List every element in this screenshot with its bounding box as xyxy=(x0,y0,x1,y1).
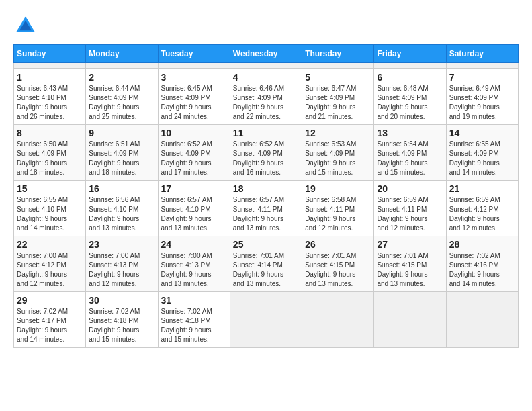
day-number: 25 xyxy=(233,239,299,250)
day-cell: 1Sunrise: 6:43 AM Sunset: 4:10 PM Daylig… xyxy=(14,69,86,125)
day-number: 9 xyxy=(89,128,154,138)
calendar-header: SundayMondayTuesdayWednesdayThursdayFrid… xyxy=(14,45,519,63)
day-info: Sunrise: 6:50 AM Sunset: 4:09 PM Dayligh… xyxy=(17,140,83,177)
day-cell xyxy=(158,63,230,69)
day-number: 3 xyxy=(161,72,227,83)
day-cell: 26Sunrise: 7:01 AM Sunset: 4:15 PM Dayli… xyxy=(302,236,374,292)
day-cell: 5Sunrise: 6:47 AM Sunset: 4:09 PM Daylig… xyxy=(302,69,374,125)
header-row: SundayMondayTuesdayWednesdayThursdayFrid… xyxy=(14,45,519,63)
day-info: Sunrise: 6:59 AM Sunset: 4:12 PM Dayligh… xyxy=(449,195,515,233)
day-number: 12 xyxy=(305,128,371,138)
day-cell: 17Sunrise: 6:57 AM Sunset: 4:10 PM Dayli… xyxy=(158,181,230,236)
day-cell xyxy=(374,292,446,348)
header-cell-sunday: Sunday xyxy=(14,45,86,63)
day-cell: 6Sunrise: 6:48 AM Sunset: 4:09 PM Daylig… xyxy=(374,69,446,125)
day-cell xyxy=(302,63,374,69)
day-cell: 15Sunrise: 6:55 AM Sunset: 4:10 PM Dayli… xyxy=(14,181,86,236)
day-cell: 29Sunrise: 7:02 AM Sunset: 4:17 PM Dayli… xyxy=(14,292,86,348)
day-number: 4 xyxy=(233,72,299,83)
day-number: 6 xyxy=(377,72,443,83)
day-cell: 16Sunrise: 6:56 AM Sunset: 4:10 PM Dayli… xyxy=(86,181,158,236)
header-cell-wednesday: Wednesday xyxy=(230,45,302,63)
day-cell xyxy=(302,292,374,348)
day-info: Sunrise: 6:49 AM Sunset: 4:09 PM Dayligh… xyxy=(449,84,515,122)
day-number: 21 xyxy=(449,183,515,194)
day-number: 31 xyxy=(161,295,227,306)
day-number: 27 xyxy=(377,239,443,250)
day-number: 15 xyxy=(17,183,83,194)
day-number: 20 xyxy=(377,183,443,194)
week-row-5: 29Sunrise: 7:02 AM Sunset: 4:17 PM Dayli… xyxy=(14,292,519,348)
day-cell: 20Sunrise: 6:59 AM Sunset: 4:11 PM Dayli… xyxy=(374,181,446,236)
calendar-body: 1Sunrise: 6:43 AM Sunset: 4:10 PM Daylig… xyxy=(14,63,519,348)
day-cell: 12Sunrise: 6:53 AM Sunset: 4:09 PM Dayli… xyxy=(302,125,374,181)
day-cell: 31Sunrise: 7:02 AM Sunset: 4:18 PM Dayli… xyxy=(158,292,230,348)
week-row-0 xyxy=(14,63,519,69)
day-info: Sunrise: 6:52 AM Sunset: 4:09 PM Dayligh… xyxy=(161,140,227,177)
day-number: 23 xyxy=(89,239,154,250)
header-cell-friday: Friday xyxy=(374,45,446,63)
day-info: Sunrise: 6:45 AM Sunset: 4:09 PM Dayligh… xyxy=(161,84,227,122)
week-row-4: 22Sunrise: 7:00 AM Sunset: 4:12 PM Dayli… xyxy=(14,236,519,292)
logo xyxy=(13,13,40,38)
day-info: Sunrise: 6:44 AM Sunset: 4:09 PM Dayligh… xyxy=(89,84,154,122)
day-cell: 25Sunrise: 7:01 AM Sunset: 4:14 PM Dayli… xyxy=(230,236,302,292)
day-number: 10 xyxy=(161,128,227,138)
day-cell: 22Sunrise: 7:00 AM Sunset: 4:12 PM Dayli… xyxy=(14,236,86,292)
day-info: Sunrise: 6:55 AM Sunset: 4:10 PM Dayligh… xyxy=(17,195,83,233)
day-number: 28 xyxy=(449,239,515,250)
day-info: Sunrise: 6:59 AM Sunset: 4:11 PM Dayligh… xyxy=(377,195,443,233)
day-cell xyxy=(230,292,302,348)
day-cell: 2Sunrise: 6:44 AM Sunset: 4:09 PM Daylig… xyxy=(86,69,158,125)
day-info: Sunrise: 7:00 AM Sunset: 4:12 PM Dayligh… xyxy=(17,251,83,289)
day-info: Sunrise: 7:02 AM Sunset: 4:18 PM Dayligh… xyxy=(89,307,154,345)
day-number: 17 xyxy=(161,183,227,194)
day-cell: 7Sunrise: 6:49 AM Sunset: 4:09 PM Daylig… xyxy=(446,69,518,125)
day-info: Sunrise: 6:58 AM Sunset: 4:11 PM Dayligh… xyxy=(305,195,371,233)
day-number: 30 xyxy=(89,295,154,306)
day-cell: 21Sunrise: 6:59 AM Sunset: 4:12 PM Dayli… xyxy=(446,181,518,236)
day-cell: 19Sunrise: 6:58 AM Sunset: 4:11 PM Dayli… xyxy=(302,181,374,236)
page-header xyxy=(13,13,519,38)
day-info: Sunrise: 7:01 AM Sunset: 4:15 PM Dayligh… xyxy=(377,251,443,289)
day-info: Sunrise: 7:02 AM Sunset: 4:16 PM Dayligh… xyxy=(449,251,515,289)
day-number: 8 xyxy=(17,128,83,138)
week-row-2: 8Sunrise: 6:50 AM Sunset: 4:09 PM Daylig… xyxy=(14,125,519,181)
day-info: Sunrise: 6:43 AM Sunset: 4:10 PM Dayligh… xyxy=(17,84,83,122)
day-info: Sunrise: 7:00 AM Sunset: 4:13 PM Dayligh… xyxy=(161,251,227,289)
day-number: 14 xyxy=(449,128,515,138)
week-row-1: 1Sunrise: 6:43 AM Sunset: 4:10 PM Daylig… xyxy=(14,69,519,125)
day-info: Sunrise: 7:02 AM Sunset: 4:17 PM Dayligh… xyxy=(17,307,83,345)
day-cell: 3Sunrise: 6:45 AM Sunset: 4:09 PM Daylig… xyxy=(158,69,230,125)
day-number: 7 xyxy=(449,72,515,83)
day-cell: 28Sunrise: 7:02 AM Sunset: 4:16 PM Dayli… xyxy=(446,236,518,292)
day-cell: 23Sunrise: 7:00 AM Sunset: 4:13 PM Dayli… xyxy=(86,236,158,292)
header-cell-thursday: Thursday xyxy=(302,45,374,63)
day-cell xyxy=(14,63,86,69)
week-row-3: 15Sunrise: 6:55 AM Sunset: 4:10 PM Dayli… xyxy=(14,181,519,236)
day-number: 22 xyxy=(17,239,83,250)
day-cell: 24Sunrise: 7:00 AM Sunset: 4:13 PM Dayli… xyxy=(158,236,230,292)
day-info: Sunrise: 7:01 AM Sunset: 4:14 PM Dayligh… xyxy=(233,251,299,289)
day-cell xyxy=(446,292,518,348)
calendar-table: SundayMondayTuesdayWednesdayThursdayFrid… xyxy=(13,44,519,348)
day-cell: 10Sunrise: 6:52 AM Sunset: 4:09 PM Dayli… xyxy=(158,125,230,181)
day-cell: 8Sunrise: 6:50 AM Sunset: 4:09 PM Daylig… xyxy=(14,125,86,181)
day-number: 16 xyxy=(89,183,154,194)
day-number: 18 xyxy=(233,183,299,194)
day-cell xyxy=(230,63,302,69)
day-cell: 14Sunrise: 6:55 AM Sunset: 4:09 PM Dayli… xyxy=(446,125,518,181)
day-info: Sunrise: 6:54 AM Sunset: 4:09 PM Dayligh… xyxy=(377,140,443,177)
day-number: 2 xyxy=(89,72,154,83)
day-cell: 13Sunrise: 6:54 AM Sunset: 4:09 PM Dayli… xyxy=(374,125,446,181)
day-info: Sunrise: 6:56 AM Sunset: 4:10 PM Dayligh… xyxy=(89,195,154,233)
day-info: Sunrise: 7:00 AM Sunset: 4:13 PM Dayligh… xyxy=(89,251,154,289)
day-info: Sunrise: 6:55 AM Sunset: 4:09 PM Dayligh… xyxy=(449,140,515,177)
header-cell-monday: Monday xyxy=(86,45,158,63)
day-info: Sunrise: 6:51 AM Sunset: 4:09 PM Dayligh… xyxy=(89,140,154,177)
day-cell: 11Sunrise: 6:52 AM Sunset: 4:09 PM Dayli… xyxy=(230,125,302,181)
day-info: Sunrise: 6:57 AM Sunset: 4:11 PM Dayligh… xyxy=(233,195,299,233)
day-info: Sunrise: 6:46 AM Sunset: 4:09 PM Dayligh… xyxy=(233,84,299,122)
header-cell-tuesday: Tuesday xyxy=(158,45,230,63)
day-info: Sunrise: 7:02 AM Sunset: 4:18 PM Dayligh… xyxy=(161,307,227,345)
